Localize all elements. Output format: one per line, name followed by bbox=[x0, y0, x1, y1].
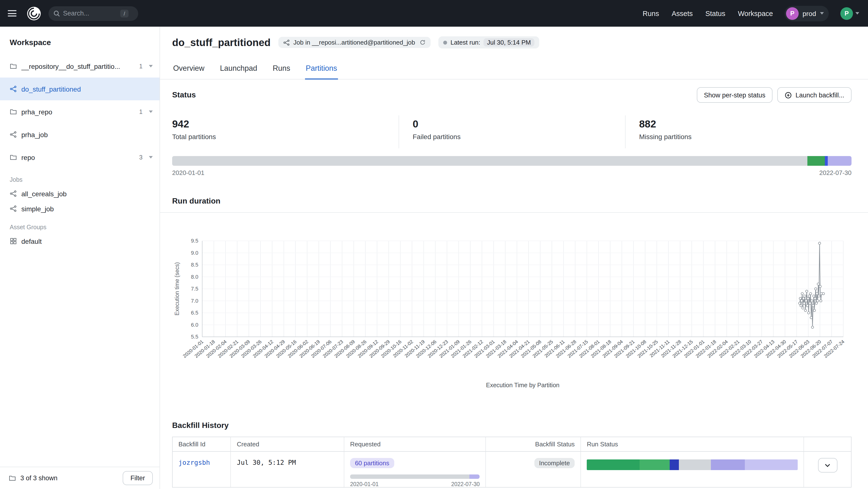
status-section-header: Status Show per-step status Launch backf… bbox=[160, 79, 868, 103]
backfill-history-table: Backfill IdCreatedRequestedBackfill Stat… bbox=[172, 437, 851, 488]
sidebar-item-prha-repo[interactable]: prha_repo1 bbox=[0, 100, 159, 123]
svg-text:5.5: 5.5 bbox=[191, 334, 198, 340]
run-status-segment bbox=[679, 459, 711, 470]
latest-run-time[interactable]: Jul 30, 5:14 PM bbox=[484, 38, 534, 46]
progress-segment bbox=[469, 475, 480, 479]
status-buttons: Show per-step status Launch backfill... bbox=[696, 87, 851, 103]
requested-cell: 60 partitions2020-01-012022-07-30 bbox=[344, 452, 486, 487]
filter-button[interactable]: Filter bbox=[123, 471, 153, 485]
stat-value: 0 bbox=[413, 118, 625, 130]
run-duration-section: Run duration bbox=[160, 197, 868, 213]
backfill-history-heading: Backfill History bbox=[172, 421, 856, 430]
sidebar-item-default[interactable]: default bbox=[0, 234, 159, 249]
launch-backfill-button[interactable]: Launch backfill... bbox=[778, 87, 851, 103]
column-header-requested: Requested bbox=[344, 437, 486, 452]
stat-total-partitions: 942Total partitions bbox=[172, 115, 399, 148]
column-header-actions bbox=[804, 437, 851, 452]
backfill-id-cell: jozrgsbh bbox=[173, 452, 231, 487]
backfill-table-header: Backfill IdCreatedRequestedBackfill Stat… bbox=[173, 437, 851, 452]
svg-text:8.0: 8.0 bbox=[191, 274, 198, 280]
chevron-down-icon[interactable] bbox=[149, 65, 153, 67]
sidebar-section-title-asset-groups: Asset Groups bbox=[0, 216, 159, 234]
stat-missing-partitions: 882Missing partitions bbox=[625, 115, 851, 148]
sidebar-footer: 3 of 3 shown Filter bbox=[0, 467, 159, 489]
item-count-badge: 1 bbox=[139, 63, 143, 70]
backfill-id-link[interactable]: jozrgsbh bbox=[179, 458, 210, 466]
expand-row-button[interactable] bbox=[818, 458, 837, 472]
user-menu[interactable]: P bbox=[840, 7, 859, 20]
sidebar-item-simple-job[interactable]: simple_job bbox=[0, 201, 159, 216]
sidebar-item-prha-job[interactable]: prha_job bbox=[0, 123, 159, 146]
tab-partitions[interactable]: Partitions bbox=[305, 60, 338, 79]
dagster-logo-icon[interactable] bbox=[26, 6, 42, 21]
sidebar-item-repo[interactable]: repo3 bbox=[0, 146, 159, 169]
svg-text:8.5: 8.5 bbox=[191, 262, 198, 268]
sidebar-sections: Jobsall_cereals_jobsimple_jobAsset Group… bbox=[0, 169, 159, 249]
job-icon bbox=[10, 190, 17, 197]
partition-bar-segment bbox=[807, 156, 825, 166]
run-status-segment bbox=[640, 459, 670, 470]
run-status-bar[interactable] bbox=[587, 459, 798, 470]
sidebar-item-do-stuff-partitioned[interactable]: do_stuff_partitioned bbox=[0, 77, 159, 100]
partition-bar-segment bbox=[825, 156, 828, 166]
nav-link-workspace[interactable]: Workspace bbox=[738, 9, 773, 17]
run-status-segment bbox=[711, 459, 745, 470]
svg-text:9.0: 9.0 bbox=[191, 250, 198, 256]
stat-value: 882 bbox=[639, 118, 851, 130]
page-title: do_stuff_partitioned bbox=[172, 37, 271, 48]
run-duration-chart-area: 2020-01-012020-01-182020-02-042020-02-21… bbox=[160, 213, 868, 392]
sidebar-item-all-cereals-job[interactable]: all_cereals_job bbox=[0, 186, 159, 201]
svg-text:Execution time (secs): Execution time (secs) bbox=[174, 262, 180, 316]
search-box[interactable]: / bbox=[49, 6, 138, 21]
svg-text:6.5: 6.5 bbox=[191, 310, 198, 316]
item-count-badge: 3 bbox=[139, 154, 143, 161]
refresh-icon[interactable] bbox=[420, 39, 426, 45]
requested-date-range: 2020-01-012022-07-30 bbox=[350, 481, 480, 487]
partition-bar-segment bbox=[828, 156, 851, 166]
workspace-list: __repository__do_stuff_partitio...1do_st… bbox=[0, 55, 159, 169]
partition-bar-segment bbox=[172, 156, 807, 166]
chevron-down-icon bbox=[820, 12, 824, 14]
search-input[interactable] bbox=[63, 10, 117, 17]
partition-date-range: 2020-01-01 2022-07-30 bbox=[172, 169, 851, 176]
column-header-backfill-status: Backfill Status bbox=[486, 437, 581, 452]
stat-label: Missing partitions bbox=[639, 133, 851, 140]
created-value: Jul 30, 5:12 PM bbox=[237, 458, 296, 466]
nav-link-status[interactable]: Status bbox=[705, 9, 725, 17]
search-icon bbox=[53, 10, 60, 17]
range-end: 2022-07-30 bbox=[451, 481, 480, 487]
sidebar-item-repository-do-stuff-partitio[interactable]: __repository__do_stuff_partitio...1 bbox=[0, 55, 159, 77]
stat-value: 942 bbox=[172, 118, 399, 130]
tab-runs[interactable]: Runs bbox=[272, 60, 291, 79]
run-status-segment bbox=[745, 459, 798, 470]
page-header: do_stuff_partitioned Job in __reposi...a… bbox=[160, 27, 868, 48]
job-tag-label: Job in __reposi...artitioned@partitioned… bbox=[293, 39, 415, 46]
partition-status-bar[interactable] bbox=[172, 156, 851, 166]
main-content: do_stuff_partitioned Job in __reposi...a… bbox=[160, 27, 868, 489]
sidebar-item-label: all_cereals_job bbox=[21, 190, 153, 197]
deployment-switcher[interactable]: P prod bbox=[784, 6, 829, 21]
sidebar-item-label: simple_job bbox=[21, 205, 153, 213]
search-shortcut: / bbox=[120, 9, 128, 17]
nav-link-assets[interactable]: Assets bbox=[672, 9, 693, 17]
tab-overview[interactable]: Overview bbox=[172, 60, 205, 79]
tab-launchpad[interactable]: Launchpad bbox=[219, 60, 258, 79]
requested-progress-bar bbox=[350, 475, 480, 479]
tab-bar: OverviewLaunchpadRunsPartitions bbox=[160, 60, 868, 79]
show-per-step-status-button[interactable]: Show per-step status bbox=[696, 87, 773, 103]
range-end: 2022-07-30 bbox=[819, 169, 851, 176]
menu-icon[interactable] bbox=[8, 8, 18, 18]
folder-icon bbox=[10, 63, 17, 70]
backfill-status-chip: Incomplete bbox=[534, 458, 575, 468]
column-header-backfill-id: Backfill Id bbox=[173, 437, 231, 452]
chevron-down-icon[interactable] bbox=[149, 110, 153, 113]
requested-partitions-chip[interactable]: 60 partitions bbox=[350, 458, 394, 468]
nav-link-runs[interactable]: Runs bbox=[643, 9, 659, 17]
chevron-down-icon[interactable] bbox=[149, 156, 153, 159]
sidebar-item-label: do_stuff_partitioned bbox=[21, 85, 153, 93]
sidebar-section-title-jobs: Jobs bbox=[0, 169, 159, 186]
folder-icon bbox=[10, 154, 17, 161]
range-start: 2020-01-01 bbox=[350, 481, 379, 487]
deployment-label: prod bbox=[803, 9, 816, 17]
created-cell: Jul 30, 5:12 PM bbox=[231, 452, 344, 487]
